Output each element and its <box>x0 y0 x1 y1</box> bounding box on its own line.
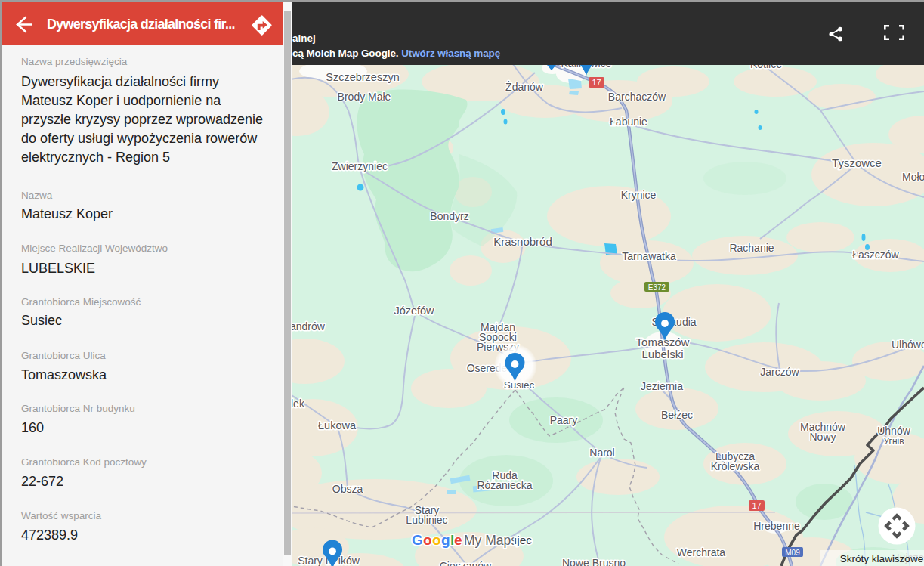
svg-text:Skróty klawiszowe: Skróty klawiszowe <box>840 553 923 564</box>
svg-text:Tomaszów: Tomaszów <box>636 336 690 348</box>
svg-text:Lubelski: Lubelski <box>641 348 683 360</box>
svg-text:Łukowa: Łukowa <box>318 419 357 431</box>
svg-text:Żdanów: Żdanów <box>505 80 544 93</box>
svg-text:Susiec: Susiec <box>504 379 535 391</box>
svg-text:lek: lek <box>292 397 305 410</box>
svg-text:Zwierzyniec: Zwierzyniec <box>332 160 388 172</box>
svg-text:Ulhówek: Ulhówek <box>892 339 924 351</box>
svg-text:Jarczów: Jarczów <box>760 366 799 378</box>
svg-text:Tarnawatka: Tarnawatka <box>622 250 676 262</box>
svg-text:Rachanie: Rachanie <box>729 242 774 254</box>
svg-text:Brody Małe: Brody Małe <box>338 91 391 103</box>
svg-text:Werchrata: Werchrata <box>677 546 726 558</box>
svg-text:E372: E372 <box>648 283 666 292</box>
svg-text:17: 17 <box>592 78 601 87</box>
svg-text:Cieszanów: Cieszanów <box>440 560 492 566</box>
svg-text:Bełżec: Bełżec <box>661 409 693 421</box>
svg-text:e: e <box>454 532 462 548</box>
svg-text:Tyszowce: Tyszowce <box>832 156 882 169</box>
svg-text:o: o <box>423 532 432 548</box>
svg-text:Mołożów: Mołożów <box>902 171 924 183</box>
svg-text:Józefów: Józefów <box>394 305 434 317</box>
svg-text:Łaszczów: Łaszczów <box>852 249 899 261</box>
svg-text:Łabunie: Łabunie <box>610 116 647 128</box>
svg-text:Kotlice: Kotlice <box>750 65 782 70</box>
svg-text:o: o <box>432 532 441 548</box>
svg-text:andrów: andrów <box>292 320 326 332</box>
svg-text:17: 17 <box>752 501 761 510</box>
svg-text:Jeziernia: Jeziernia <box>641 380 683 392</box>
svg-text:Królewska: Królewska <box>711 460 760 472</box>
svg-text:Szczebrzeszyn: Szczebrzeszyn <box>326 71 400 83</box>
svg-text:Nowe Brusno: Nowe Brusno <box>562 557 626 566</box>
svg-text:Obsza: Obsza <box>332 483 363 495</box>
svg-text:Lubliniec: Lubliniec <box>406 514 447 526</box>
svg-text:Uhnów: Uhnów <box>877 425 910 437</box>
svg-text:g: g <box>441 532 450 548</box>
svg-text:Paary: Paary <box>550 414 578 426</box>
svg-text:Narol: Narol <box>589 447 614 459</box>
svg-text:Угнів: Угнів <box>883 436 904 447</box>
svg-text:Hrebenne: Hrebenne <box>753 520 800 532</box>
svg-text:M09: M09 <box>785 549 800 557</box>
svg-text:My Maps: My Maps <box>464 533 518 548</box>
svg-text:Bondyrz: Bondyrz <box>430 210 468 222</box>
svg-text:Krynice: Krynice <box>621 189 657 201</box>
svg-text:Barchaczów: Barchaczów <box>608 91 666 103</box>
svg-text:G: G <box>412 532 423 548</box>
svg-text:Różaniecka: Różaniecka <box>477 479 532 491</box>
svg-text:ıjec: ıjec <box>514 534 532 546</box>
svg-text:Krasnobród: Krasnobród <box>493 235 552 248</box>
svg-text:Nowy: Nowy <box>809 431 836 443</box>
